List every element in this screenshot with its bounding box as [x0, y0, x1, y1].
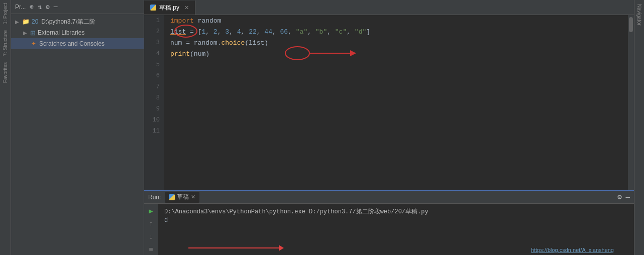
var-num-arg: num	[194, 50, 205, 58]
keyword-import: import	[170, 17, 194, 25]
sidebar-toolbar: Pr... ⊕ ⇅ ⚙ —	[11, 0, 144, 14]
run-up-button[interactable]: ↑	[146, 219, 156, 229]
run-toolbar: Run: 草稿 ✕ ⚙ —	[144, 191, 634, 204]
run-tab-label: 草稿	[177, 193, 189, 201]
run-arrow-line	[188, 247, 279, 248]
line-number-1: 1	[156, 15, 160, 26]
run-panel: Run: 草稿 ✕ ⚙ — ▶ ↑ ↓ ≡	[144, 190, 634, 255]
external-libraries-label: External Libraries	[38, 29, 84, 36]
left-edge-panel: 1: Project 7: Structure Favorites	[0, 0, 11, 255]
line-number-2: 2	[156, 26, 160, 37]
run-side-buttons: ▶ ↑ ↓ ≡	[144, 204, 158, 255]
expand-arrow-icon: ▶	[23, 30, 28, 36]
tree-item-external-libraries[interactable]: ▶ ⊞ External Libraries	[11, 27, 144, 38]
run-output-result: d	[164, 216, 628, 225]
punc-bracket-close: ]	[366, 28, 370, 36]
line-numbers: 1 2 3 4 5 6 7 8 9 10 11	[144, 15, 164, 190]
punc-comma: ,	[327, 28, 335, 36]
code-line-5	[170, 59, 628, 70]
expand-arrow-icon: ▶	[15, 19, 20, 25]
run-tab-close-icon[interactable]: ✕	[191, 194, 195, 200]
punc-comma: ,	[257, 28, 265, 36]
punc-comma: ,	[288, 28, 296, 36]
punc-comma: ,	[218, 28, 226, 36]
num-1: 1	[201, 28, 205, 36]
editor-tabs: 草稿.py ✕	[144, 0, 634, 15]
scrollbar-thumb[interactable]	[629, 17, 633, 32]
run-minimize-icon[interactable]: —	[626, 193, 630, 201]
code-line-10	[170, 114, 628, 125]
python-file-icon	[150, 5, 156, 11]
run-stop-button[interactable]: ≡	[146, 245, 156, 255]
num-2: 2	[213, 28, 218, 36]
run-label: Run:	[148, 194, 161, 201]
left-structure-label[interactable]: 7: Structure	[2, 27, 9, 59]
line-number-5: 5	[156, 59, 160, 70]
fn-print: print	[170, 50, 190, 58]
var-list-arg: list	[249, 39, 264, 47]
left-project-label[interactable]: 1: Project	[2, 0, 9, 27]
num-66: 66	[280, 28, 288, 36]
punc-comma: ,	[272, 28, 280, 36]
punc-comma: ,	[347, 28, 355, 36]
str-d: "d"	[355, 28, 366, 36]
punc-dot: .	[218, 39, 222, 47]
add-icon[interactable]: ⊕	[30, 3, 34, 11]
num-22: 22	[249, 28, 257, 36]
line-number-11: 11	[153, 125, 160, 137]
punc-comma: ,	[241, 28, 249, 36]
var-num: num	[170, 39, 182, 47]
tab-close-icon[interactable]: ✕	[184, 5, 189, 11]
left-favorites-label[interactable]: Favorites	[2, 59, 9, 86]
run-tab-caogao[interactable]: 草稿 ✕	[165, 192, 199, 203]
folder-path-label: D:\python3.7\第二阶	[41, 18, 95, 26]
code-line-4: print ( num )	[170, 48, 628, 59]
str-a: "a"	[296, 28, 307, 36]
code-line-1: import random	[170, 15, 628, 26]
libraries-icon: ⊞	[30, 29, 36, 37]
code-editor[interactable]: 1 2 3 4 5 6 7 8 9 10 11 import random	[144, 15, 634, 190]
project-tab-label: Pr...	[15, 4, 26, 11]
code-line-7	[170, 81, 628, 92]
tree-item-project-folder[interactable]: ▶ 📁 20 D:\python3.7\第二阶	[11, 16, 144, 27]
punc-comma: ,	[205, 28, 213, 36]
status-bar: https://blog.csdn.net/A_xiansheng	[527, 245, 618, 255]
tools-icon[interactable]: ⇅	[38, 3, 42, 11]
punc-print-open: (	[190, 50, 194, 58]
editor-tab-caogao[interactable]: 草稿.py ✕	[144, 1, 195, 15]
line-number-3: 3	[156, 37, 160, 48]
run-arrow-head	[279, 245, 284, 251]
status-url[interactable]: https://blog.csdn.net/A_xiansheng	[531, 247, 614, 253]
project-tree: ▶ 📁 20 D:\python3.7\第二阶 ▶ ⊞ External Lib…	[11, 14, 144, 255]
line-number-7: 7	[156, 81, 160, 92]
run-play-button[interactable]: ▶	[146, 206, 156, 216]
folder-num: 20	[32, 18, 38, 25]
run-tab-py-icon	[169, 194, 175, 200]
main-area: 草稿.py ✕ 1 2 3 4 5 6 7 8 9 10 11	[144, 0, 634, 255]
str-b: "b"	[315, 28, 327, 36]
editor-scrollbar[interactable]	[628, 15, 634, 190]
num-4: 4	[237, 28, 241, 36]
right-navigator-label[interactable]: Navigator	[635, 0, 643, 30]
run-arrow-indicator	[188, 245, 284, 251]
fn-choice: choice	[221, 39, 245, 47]
run-output-path: D:\Anaconda3\envs\PythonPath\python.exe …	[164, 207, 628, 216]
punc-paren-close: )	[264, 39, 268, 47]
run-toolbar-right: ⚙ —	[617, 193, 630, 201]
run-down-button[interactable]: ↓	[146, 232, 156, 242]
module-random: random	[194, 17, 222, 25]
collapse-icon[interactable]: —	[54, 3, 58, 11]
num-3: 3	[225, 28, 229, 36]
line-number-10: 10	[153, 114, 160, 125]
settings-icon[interactable]: ⚙	[46, 3, 50, 11]
line-number-4: 4	[156, 48, 160, 59]
tree-item-scratches[interactable]: ✦ Scratches and Consoles	[11, 38, 144, 49]
folder-icon: 📁	[22, 18, 30, 25]
code-content[interactable]: import random list = [ 1 , 2 , 3 , 4 ,	[164, 15, 628, 190]
sidebar: Pr... ⊕ ⇅ ⚙ — ▶ 📁 20 D:\python3.7\第二阶 ▶ …	[11, 0, 144, 255]
run-settings-icon[interactable]: ⚙	[617, 193, 621, 201]
punc-equals: =	[186, 28, 197, 36]
scratches-label: Scratches and Consoles	[39, 40, 104, 47]
var-list-highlighted: list	[170, 28, 186, 36]
str-c: "c"	[335, 28, 347, 36]
